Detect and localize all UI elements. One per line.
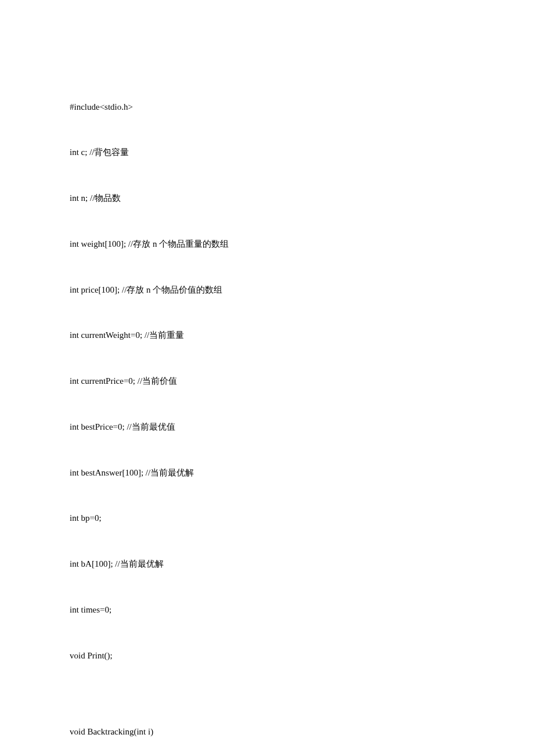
code-line: int weight[100]; //存放 n 个物品重量的数组 [70, 236, 464, 251]
code-line: int times=0; [70, 602, 464, 617]
code-line: int bestPrice=0; //当前最优值 [70, 419, 464, 434]
code-listing: #include<stdio.h> int c; //背包容量 int n; /… [70, 69, 464, 756]
code-line: void Backtracking(int i) [70, 724, 464, 739]
code-line: int currentWeight=0; //当前重量 [70, 327, 464, 343]
code-line: #include<stdio.h> [70, 99, 464, 114]
code-line: int currentPrice=0; //当前价值 [70, 373, 464, 388]
code-line: int price[100]; //存放 n 个物品价值的数组 [70, 282, 464, 297]
code-line: int n; //物品数 [70, 190, 464, 206]
code-line: int bp=0; [70, 510, 464, 525]
code-line: int c; //背包容量 [70, 145, 464, 160]
code-line: int bA[100]; //当前最优解 [70, 556, 464, 571]
code-line: void Print(); [70, 648, 464, 663]
document-page: #include<stdio.h> int c; //背包容量 int n; /… [0, 0, 534, 756]
code-line: int bestAnswer[100]; //当前最优解 [70, 465, 464, 480]
